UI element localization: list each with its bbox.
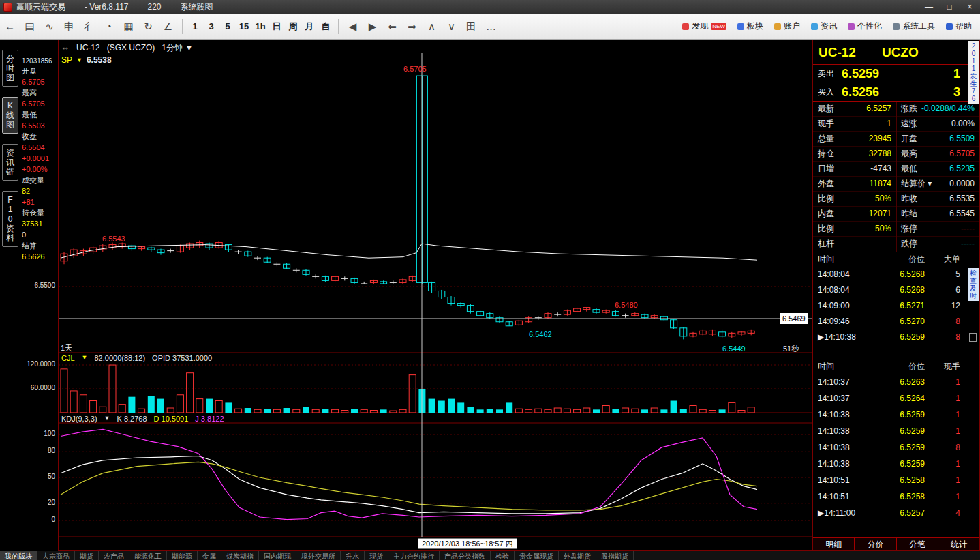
bottom-tab[interactable]: 期货 [75, 551, 99, 560]
price-annotation: 6.5449 [722, 344, 746, 353]
line-chart-icon[interactable]: ∿ [40, 17, 59, 36]
menu-label: 账户 [784, 20, 800, 32]
price-annotation: 6.5543 [102, 235, 125, 243]
table-row[interactable]: 14:10:386.52598 [813, 439, 979, 456]
bottom-tab[interactable]: 股指期货 [596, 551, 634, 560]
titlebar-menu[interactable]: 系统践图 [181, 1, 213, 13]
table-row[interactable]: 14:09:466.52708 [813, 314, 979, 329]
price-annotation: 6.5705 [403, 65, 427, 73]
app-title: 赢顺云端交易 [16, 1, 65, 13]
page-left-icon[interactable]: ⇐ [383, 17, 401, 36]
chart-canvas[interactable] [59, 40, 812, 550]
quote-tab-1[interactable]: 分价 [855, 538, 896, 550]
timeshare-icon[interactable]: 彳 [80, 17, 98, 36]
bottom-tab[interactable]: 煤炭期指 [221, 551, 259, 560]
zoom-in-icon[interactable]: ∧ [423, 17, 441, 36]
bottom-tab[interactable]: 主力合约排行 [388, 551, 440, 560]
menu-discover[interactable]: 发现 NEW [682, 20, 726, 32]
period-日-button[interactable]: 日 [269, 17, 285, 36]
quote-stat-cell: 速涨0.00% [896, 117, 979, 131]
menu-help[interactable]: 帮助 [946, 20, 972, 32]
table-row[interactable]: 14:10:376.52641 [813, 390, 979, 407]
period-1h-button[interactable]: 1h [252, 17, 269, 36]
minimize-button[interactable]: — [919, 0, 939, 14]
period-15-button[interactable]: 15 [236, 17, 252, 36]
period-月-button[interactable]: 月 [301, 17, 318, 36]
table-row[interactable]: 14:10:376.52631 [813, 374, 979, 390]
bottom-tab[interactable]: 现货 [365, 551, 388, 560]
scrollbar-thumb[interactable] [969, 333, 977, 342]
menu-account[interactable]: 账户 [774, 20, 800, 32]
menu-tools[interactable]: 系统工具 [893, 20, 935, 32]
menu-sectors[interactable]: 板块 [737, 20, 763, 32]
bottom-tab[interactable]: 期能源 [167, 551, 198, 560]
bottom-tab[interactable]: 产品分类指数 [440, 551, 491, 560]
bid-row[interactable]: 买入 6.5256 3 [813, 83, 979, 102]
chart-period-selector[interactable]: 1分钟 ▼ [162, 42, 193, 54]
table-row[interactable]: ▶14:11:006.52574 [813, 505, 979, 521]
bottom-tab[interactable]: 贵金属现货 [515, 551, 559, 560]
table-row[interactable]: 14:08:046.52686 [813, 282, 979, 298]
bottom-tab[interactable]: 能源化工 [129, 551, 167, 560]
sp-indicator-row[interactable]: SP ▼ 6.5538 [61, 55, 112, 65]
tab-kline[interactable]: K线图 [2, 97, 18, 134]
quote-list-icon[interactable]: ▤ [20, 17, 39, 36]
table-row[interactable]: 14:10:386.52591 [813, 423, 979, 439]
grid-layout-icon[interactable]: 田 [462, 17, 480, 36]
bottom-tab[interactable]: 国内期现 [259, 551, 296, 560]
table-row[interactable]: 14:10:386.52591 [813, 456, 979, 472]
bottom-tab[interactable]: 大宗商品 [37, 551, 75, 560]
maximize-button[interactable]: □ [939, 0, 960, 14]
period-1-button[interactable]: 1 [187, 17, 203, 36]
bottom-tab[interactable]: 检验 [491, 551, 515, 560]
quote-tab-3[interactable]: 统计 [938, 538, 979, 550]
bottom-tab[interactable]: 金属 [198, 551, 221, 560]
table-row[interactable]: 14:10:516.52581 [813, 488, 979, 505]
bottom-tab[interactable]: 外盘期货 [559, 551, 596, 560]
bottom-tab[interactable]: 农产品 [99, 551, 129, 560]
save-icon[interactable]: ▦ [119, 17, 138, 36]
kdj-indicator-row[interactable]: KDJ(9,3,3) ▼ K 8.2768 D 10.5091 J 3.8122 [61, 415, 224, 423]
zoom-out-icon[interactable]: ∨ [442, 17, 461, 36]
stat-label: 最低 [22, 109, 58, 120]
period-5-button[interactable]: 5 [219, 17, 236, 36]
table-row[interactable]: 14:09:006.527112 [813, 298, 979, 314]
candle-chart-icon[interactable]: 申 [60, 17, 78, 36]
draw-tool-icon[interactable]: ∠ [159, 17, 177, 36]
prev-contract-icon[interactable]: ◀ [343, 17, 362, 36]
price-annotation: 6.5480 [615, 301, 638, 309]
period-周-button[interactable]: 周 [285, 17, 301, 36]
period-3-button[interactable]: 3 [203, 17, 219, 36]
quote-stat-row: 总量23945 开盘6.5509 [813, 132, 979, 147]
stat-value: +81 [22, 196, 58, 207]
close-button[interactable]: × [960, 0, 980, 14]
page-right-icon[interactable]: ⇒ [403, 17, 421, 36]
table-row[interactable]: ▶14:10:386.52598 [813, 329, 979, 345]
menu-news[interactable]: 资讯 [811, 20, 837, 32]
tab-newsfeed[interactable]: 资讯链 [2, 144, 18, 181]
table-row[interactable]: 14:10:386.52591 [813, 407, 979, 423]
quote-tab-0[interactable]: 明细 [813, 538, 855, 550]
volume-indicator-row[interactable]: CJL ▼ 82.0000(88:12) OPID 37531.0000 [61, 354, 212, 362]
menu-personalize[interactable]: 个性化 [848, 20, 882, 32]
ask-row[interactable]: 卖出 6.5259 1 [813, 65, 979, 83]
table-row[interactable]: 14:08:046.52685 [813, 267, 979, 282]
kdj-k-value: K 8.2768 [117, 415, 147, 423]
ask-label: 卖出 [813, 68, 842, 80]
more-icon[interactable]: … [482, 17, 500, 36]
next-contract-icon[interactable]: ▶ [363, 17, 382, 36]
chart-area[interactable]: ⇔ UC-12 (SGX UCZO) 1分钟 ▼ SP ▼ 6.5538 6.5… [58, 40, 812, 551]
period-自-button[interactable]: 自 [318, 17, 334, 36]
circle-draw-icon[interactable]: ◔ [99, 17, 118, 36]
tab-timeshare[interactable]: 分时图 [2, 50, 18, 87]
cjl-label: CJL [61, 354, 75, 362]
bottom-tab[interactable]: 升水 [341, 551, 365, 560]
refresh-icon[interactable]: ↻ [139, 17, 157, 36]
table-row[interactable]: 14:10:516.52581 [813, 472, 979, 488]
back-icon[interactable]: ← [1, 17, 19, 36]
left-tab-strip: 分时图K线图资讯链F10资料 [0, 40, 20, 551]
bottom-tab[interactable]: 境外交易所 [296, 551, 341, 560]
bottom-tab[interactable]: 我的版块 [0, 551, 37, 560]
quote-tab-2[interactable]: 分笔 [897, 538, 938, 550]
tab-f10[interactable]: F10资料 [2, 191, 18, 247]
